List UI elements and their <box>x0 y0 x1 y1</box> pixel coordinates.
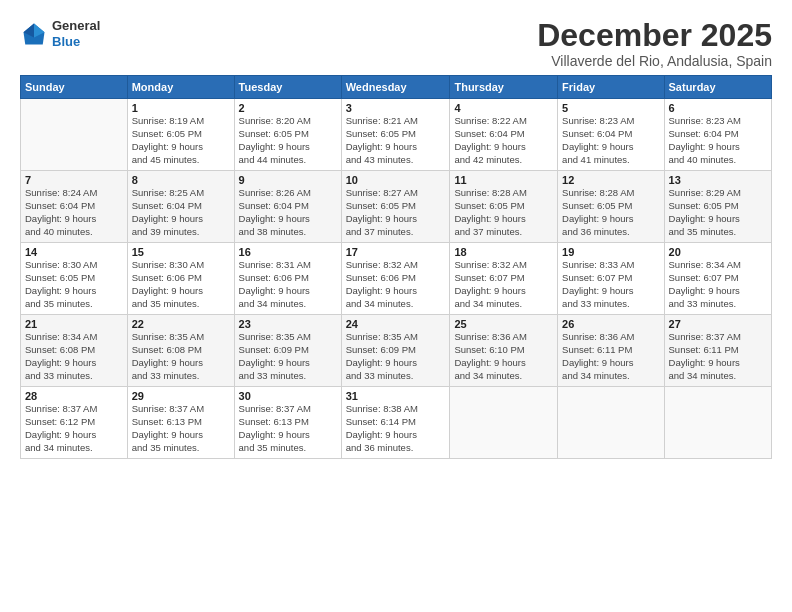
day-number: 23 <box>239 318 337 330</box>
header-thursday: Thursday <box>450 76 558 99</box>
day-number: 10 <box>346 174 446 186</box>
day-info: Sunrise: 8:35 AM Sunset: 6:09 PM Dayligh… <box>346 331 446 382</box>
day-number: 16 <box>239 246 337 258</box>
day-number: 24 <box>346 318 446 330</box>
day-number: 27 <box>669 318 767 330</box>
day-info: Sunrise: 8:28 AM Sunset: 6:05 PM Dayligh… <box>562 187 659 238</box>
logo-blue: Blue <box>52 34 100 50</box>
header-wednesday: Wednesday <box>341 76 450 99</box>
day-number: 13 <box>669 174 767 186</box>
day-number: 21 <box>25 318 123 330</box>
day-info: Sunrise: 8:19 AM Sunset: 6:05 PM Dayligh… <box>132 115 230 166</box>
day-info: Sunrise: 8:37 AM Sunset: 6:13 PM Dayligh… <box>239 403 337 454</box>
page-title: December 2025 <box>537 18 772 53</box>
day-number: 18 <box>454 246 553 258</box>
table-row: 20Sunrise: 8:34 AM Sunset: 6:07 PM Dayli… <box>664 243 771 315</box>
logo-text: General Blue <box>52 18 100 49</box>
day-number: 9 <box>239 174 337 186</box>
day-info: Sunrise: 8:25 AM Sunset: 6:04 PM Dayligh… <box>132 187 230 238</box>
day-number: 4 <box>454 102 553 114</box>
day-number: 26 <box>562 318 659 330</box>
calendar-week-3: 14Sunrise: 8:30 AM Sunset: 6:05 PM Dayli… <box>21 243 772 315</box>
table-row: 4Sunrise: 8:22 AM Sunset: 6:04 PM Daylig… <box>450 99 558 171</box>
day-number: 20 <box>669 246 767 258</box>
calendar-week-2: 7Sunrise: 8:24 AM Sunset: 6:04 PM Daylig… <box>21 171 772 243</box>
day-number: 8 <box>132 174 230 186</box>
day-info: Sunrise: 8:32 AM Sunset: 6:06 PM Dayligh… <box>346 259 446 310</box>
day-info: Sunrise: 8:30 AM Sunset: 6:06 PM Dayligh… <box>132 259 230 310</box>
table-row <box>450 387 558 459</box>
table-row: 3Sunrise: 8:21 AM Sunset: 6:05 PM Daylig… <box>341 99 450 171</box>
table-row: 2Sunrise: 8:20 AM Sunset: 6:05 PM Daylig… <box>234 99 341 171</box>
day-info: Sunrise: 8:36 AM Sunset: 6:10 PM Dayligh… <box>454 331 553 382</box>
table-row: 30Sunrise: 8:37 AM Sunset: 6:13 PM Dayli… <box>234 387 341 459</box>
day-info: Sunrise: 8:23 AM Sunset: 6:04 PM Dayligh… <box>562 115 659 166</box>
table-row: 11Sunrise: 8:28 AM Sunset: 6:05 PM Dayli… <box>450 171 558 243</box>
table-row: 24Sunrise: 8:35 AM Sunset: 6:09 PM Dayli… <box>341 315 450 387</box>
day-info: Sunrise: 8:34 AM Sunset: 6:07 PM Dayligh… <box>669 259 767 310</box>
title-block: December 2025 Villaverde del Rio, Andalu… <box>537 18 772 69</box>
day-info: Sunrise: 8:34 AM Sunset: 6:08 PM Dayligh… <box>25 331 123 382</box>
day-number: 6 <box>669 102 767 114</box>
day-number: 31 <box>346 390 446 402</box>
calendar-page: General Blue December 2025 Villaverde de… <box>0 0 792 612</box>
day-info: Sunrise: 8:24 AM Sunset: 6:04 PM Dayligh… <box>25 187 123 238</box>
table-row: 22Sunrise: 8:35 AM Sunset: 6:08 PM Dayli… <box>127 315 234 387</box>
day-number: 2 <box>239 102 337 114</box>
table-row: 16Sunrise: 8:31 AM Sunset: 6:06 PM Dayli… <box>234 243 341 315</box>
day-number: 29 <box>132 390 230 402</box>
logo-icon <box>20 20 48 48</box>
table-row: 9Sunrise: 8:26 AM Sunset: 6:04 PM Daylig… <box>234 171 341 243</box>
table-row: 31Sunrise: 8:38 AM Sunset: 6:14 PM Dayli… <box>341 387 450 459</box>
table-row: 5Sunrise: 8:23 AM Sunset: 6:04 PM Daylig… <box>558 99 664 171</box>
day-info: Sunrise: 8:33 AM Sunset: 6:07 PM Dayligh… <box>562 259 659 310</box>
day-number: 3 <box>346 102 446 114</box>
table-row: 19Sunrise: 8:33 AM Sunset: 6:07 PM Dayli… <box>558 243 664 315</box>
table-row: 15Sunrise: 8:30 AM Sunset: 6:06 PM Dayli… <box>127 243 234 315</box>
day-number: 15 <box>132 246 230 258</box>
day-info: Sunrise: 8:20 AM Sunset: 6:05 PM Dayligh… <box>239 115 337 166</box>
day-info: Sunrise: 8:27 AM Sunset: 6:05 PM Dayligh… <box>346 187 446 238</box>
table-row: 26Sunrise: 8:36 AM Sunset: 6:11 PM Dayli… <box>558 315 664 387</box>
day-number: 19 <box>562 246 659 258</box>
table-row: 21Sunrise: 8:34 AM Sunset: 6:08 PM Dayli… <box>21 315 128 387</box>
table-row: 7Sunrise: 8:24 AM Sunset: 6:04 PM Daylig… <box>21 171 128 243</box>
day-info: Sunrise: 8:21 AM Sunset: 6:05 PM Dayligh… <box>346 115 446 166</box>
day-info: Sunrise: 8:30 AM Sunset: 6:05 PM Dayligh… <box>25 259 123 310</box>
header-tuesday: Tuesday <box>234 76 341 99</box>
calendar-week-1: 1Sunrise: 8:19 AM Sunset: 6:05 PM Daylig… <box>21 99 772 171</box>
table-row: 8Sunrise: 8:25 AM Sunset: 6:04 PM Daylig… <box>127 171 234 243</box>
table-row: 13Sunrise: 8:29 AM Sunset: 6:05 PM Dayli… <box>664 171 771 243</box>
table-row: 12Sunrise: 8:28 AM Sunset: 6:05 PM Dayli… <box>558 171 664 243</box>
day-info: Sunrise: 8:35 AM Sunset: 6:09 PM Dayligh… <box>239 331 337 382</box>
day-number: 1 <box>132 102 230 114</box>
calendar-week-5: 28Sunrise: 8:37 AM Sunset: 6:12 PM Dayli… <box>21 387 772 459</box>
logo: General Blue <box>20 18 100 49</box>
table-row: 1Sunrise: 8:19 AM Sunset: 6:05 PM Daylig… <box>127 99 234 171</box>
table-row: 29Sunrise: 8:37 AM Sunset: 6:13 PM Dayli… <box>127 387 234 459</box>
day-info: Sunrise: 8:37 AM Sunset: 6:12 PM Dayligh… <box>25 403 123 454</box>
day-number: 22 <box>132 318 230 330</box>
day-info: Sunrise: 8:28 AM Sunset: 6:05 PM Dayligh… <box>454 187 553 238</box>
calendar-table: Sunday Monday Tuesday Wednesday Thursday… <box>20 75 772 459</box>
day-info: Sunrise: 8:36 AM Sunset: 6:11 PM Dayligh… <box>562 331 659 382</box>
day-info: Sunrise: 8:22 AM Sunset: 6:04 PM Dayligh… <box>454 115 553 166</box>
table-row: 28Sunrise: 8:37 AM Sunset: 6:12 PM Dayli… <box>21 387 128 459</box>
day-info: Sunrise: 8:32 AM Sunset: 6:07 PM Dayligh… <box>454 259 553 310</box>
table-row: 18Sunrise: 8:32 AM Sunset: 6:07 PM Dayli… <box>450 243 558 315</box>
table-row: 25Sunrise: 8:36 AM Sunset: 6:10 PM Dayli… <box>450 315 558 387</box>
day-number: 28 <box>25 390 123 402</box>
logo-general: General <box>52 18 100 34</box>
day-info: Sunrise: 8:37 AM Sunset: 6:13 PM Dayligh… <box>132 403 230 454</box>
day-info: Sunrise: 8:35 AM Sunset: 6:08 PM Dayligh… <box>132 331 230 382</box>
header-friday: Friday <box>558 76 664 99</box>
day-number: 30 <box>239 390 337 402</box>
day-number: 17 <box>346 246 446 258</box>
table-row: 23Sunrise: 8:35 AM Sunset: 6:09 PM Dayli… <box>234 315 341 387</box>
day-info: Sunrise: 8:23 AM Sunset: 6:04 PM Dayligh… <box>669 115 767 166</box>
day-info: Sunrise: 8:31 AM Sunset: 6:06 PM Dayligh… <box>239 259 337 310</box>
day-info: Sunrise: 8:29 AM Sunset: 6:05 PM Dayligh… <box>669 187 767 238</box>
page-header: General Blue December 2025 Villaverde de… <box>20 18 772 69</box>
day-number: 11 <box>454 174 553 186</box>
header-monday: Monday <box>127 76 234 99</box>
